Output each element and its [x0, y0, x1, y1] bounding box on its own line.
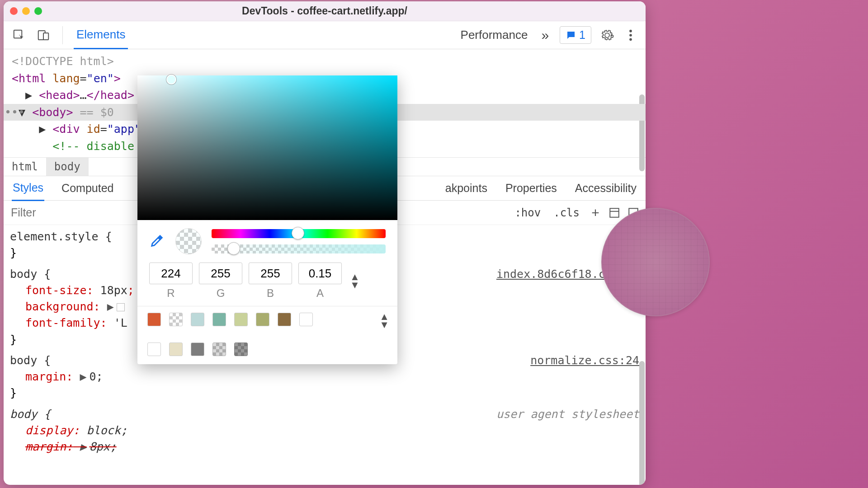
saturation-lightness-field[interactable]: [137, 75, 397, 220]
tab-properties[interactable]: Properties: [505, 176, 558, 200]
svg-point-5: [629, 38, 632, 41]
dom-line[interactable]: <!DOCTYPE html>: [12, 53, 637, 70]
color-palette: ▲▼: [137, 306, 397, 364]
rule-source-ua: user agent stylesheet: [496, 406, 639, 422]
scrollbar[interactable]: [639, 361, 645, 485]
b-input[interactable]: [249, 263, 292, 284]
device-toolbar-icon[interactable]: [35, 27, 52, 43]
palette-swatch[interactable]: [191, 343, 204, 356]
sl-handle[interactable]: [166, 75, 176, 84]
main-toolbar: Elements Performance » 1: [4, 21, 646, 49]
r-input[interactable]: [149, 263, 193, 284]
style-rule-ua[interactable]: user agent stylesheet body { display: bl…: [10, 406, 639, 455]
svg-rect-2: [43, 33, 48, 40]
rgba-inputs: R G B A ▲▼: [137, 259, 397, 301]
breadcrumb-item[interactable]: body: [46, 158, 89, 176]
cls-toggle[interactable]: .cls: [550, 205, 583, 221]
eyedropper-magnifier[interactable]: [601, 208, 710, 316]
svg-rect-6: [610, 208, 619, 217]
color-preview: [175, 228, 202, 254]
svg-point-3: [629, 29, 632, 32]
palette-swatch[interactable]: [169, 313, 183, 326]
alpha-handle[interactable]: [227, 242, 240, 255]
alpha-slider[interactable]: [212, 244, 386, 253]
g-input[interactable]: [199, 263, 242, 284]
palette-swatch[interactable]: [256, 313, 269, 326]
palette-swatch[interactable]: [147, 343, 161, 356]
tab-accessibility[interactable]: Accessibility: [574, 176, 637, 200]
hov-toggle[interactable]: :hov: [511, 205, 544, 221]
tab-computed[interactable]: Computed: [61, 176, 114, 200]
color-swatch-icon[interactable]: [117, 303, 125, 311]
tab-performance[interactable]: Performance: [458, 22, 531, 48]
a-input[interactable]: [298, 263, 342, 284]
eyedropper-icon[interactable]: [149, 233, 165, 249]
window-title: DevTools - coffee-cart.netlify.app/: [4, 5, 646, 17]
settings-icon[interactable]: [599, 28, 615, 43]
palette-swatch[interactable]: [169, 343, 183, 356]
issues-count: 1: [579, 28, 585, 42]
issues-badge[interactable]: 1: [560, 26, 591, 44]
palette-swatch[interactable]: [191, 313, 204, 326]
new-rule-icon[interactable]: +: [589, 206, 602, 220]
devtools-window: DevTools - coffee-cart.netlify.app/ Elem…: [4, 1, 646, 485]
titlebar: DevTools - coffee-cart.netlify.app/: [4, 1, 646, 21]
rule-source-link[interactable]: normalize.css:24: [530, 352, 639, 369]
issues-icon: [566, 30, 576, 41]
palette-swatch[interactable]: [299, 313, 313, 326]
tab-breakpoints[interactable]: akpoints: [444, 176, 488, 200]
hue-handle[interactable]: [292, 227, 304, 239]
palette-swatch[interactable]: [234, 343, 248, 356]
palette-swatch[interactable]: [212, 313, 226, 326]
inspect-element-icon[interactable]: [11, 27, 27, 43]
format-toggle-icon[interactable]: ▲▼: [350, 273, 360, 289]
palette-page-toggle-icon[interactable]: ▲▼: [379, 313, 389, 328]
hue-slider[interactable]: [212, 229, 386, 238]
tab-styles[interactable]: Styles: [12, 176, 44, 201]
palette-swatch[interactable]: [278, 313, 291, 326]
tabs-overflow[interactable]: »: [538, 21, 552, 49]
svg-point-4: [629, 34, 632, 37]
more-menu-icon[interactable]: [623, 28, 638, 43]
computed-panel-icon[interactable]: [608, 206, 621, 220]
tab-elements[interactable]: Elements: [74, 21, 128, 49]
palette-swatch[interactable]: [212, 343, 226, 356]
palette-swatch[interactable]: [147, 313, 161, 326]
color-picker-popover: R G B A ▲▼ ▲▼: [137, 75, 397, 364]
content-area: <!DOCTYPE html> <html lang="en"> ▶ <head…: [4, 49, 646, 485]
breadcrumb-item[interactable]: html: [4, 158, 46, 176]
separator: [62, 26, 63, 44]
palette-swatch[interactable]: [234, 313, 248, 326]
